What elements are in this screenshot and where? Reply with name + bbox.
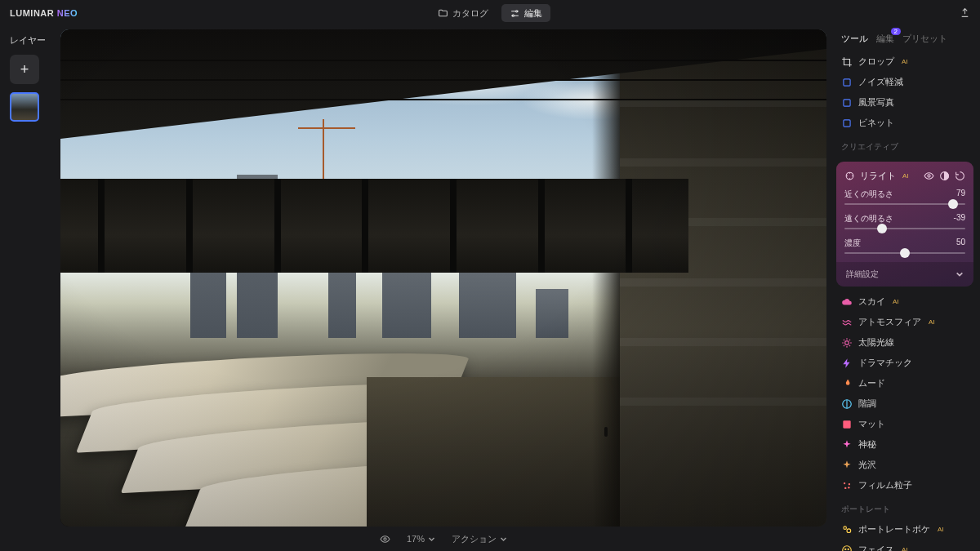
tool-クロップ[interactable]: クロップAI: [830, 51, 980, 72]
layers-panel: レイヤー +: [0, 26, 57, 551]
svg-point-0: [516, 10, 518, 11]
tool-label: ビネット: [858, 117, 894, 129]
svg-point-2: [384, 537, 386, 540]
tool-label: ムード: [858, 377, 885, 389]
panel-title: リライト: [860, 170, 896, 182]
tool-太陽光線[interactable]: 太陽光線: [830, 332, 980, 353]
slider-近くの明るさ[interactable]: 近くの明るさ79: [844, 189, 965, 205]
section-portrait: ポートレート: [830, 495, 980, 519]
slider-濃度[interactable]: 濃度50: [844, 238, 965, 254]
sliders-icon: [510, 8, 520, 19]
cloud-icon: [841, 296, 853, 308]
chevron-down-icon: [428, 535, 435, 543]
slider-value: -39: [954, 213, 965, 224]
svg-point-20: [848, 549, 849, 549]
tab-edit[interactable]: 編集 2: [876, 33, 894, 45]
svg-point-16: [844, 526, 847, 529]
slider-thumb[interactable]: [877, 224, 887, 233]
add-layer-button[interactable]: +: [10, 55, 39, 84]
tab-preset[interactable]: プリセット: [902, 33, 947, 45]
advanced-toggle[interactable]: 詳細設定: [836, 262, 973, 287]
tool-ノイズ軽減[interactable]: ノイズ軽減: [830, 72, 980, 92]
svg-point-19: [845, 549, 846, 549]
action-menu[interactable]: アクション: [452, 533, 507, 545]
tool-フェイス[interactable]: フェイスAI: [830, 540, 980, 551]
edit-tab[interactable]: 編集: [501, 4, 550, 22]
bolt-icon: [841, 358, 853, 369]
tool-label: 太陽光線: [858, 336, 894, 349]
tool-フィルム粒子[interactable]: フィルム粒子: [830, 475, 980, 495]
svg-point-1: [512, 15, 514, 16]
sun-icon: [841, 337, 853, 349]
tool-ポートレートボケ[interactable]: ポートレートボケAI: [830, 519, 980, 540]
eye-icon: [380, 534, 390, 544]
relight-panel: リライトAI 近くの明るさ79遠くの明るさ-39濃度50 詳細設定: [836, 162, 973, 287]
mat-icon: [841, 419, 853, 430]
slider-label: 近くの明るさ: [844, 189, 893, 200]
tool-ムード[interactable]: ムード: [830, 373, 980, 393]
tool-label: ドラマチック: [858, 357, 912, 369]
slider-thumb[interactable]: [900, 248, 910, 258]
slider-遠くの明るさ[interactable]: 遠くの明るさ-39: [844, 213, 965, 229]
slider-track[interactable]: [844, 203, 965, 205]
grain-icon: [841, 480, 853, 491]
square-icon: [841, 97, 853, 109]
tools-panel: ツール 編集 2 プリセット クロップAIノイズ軽減風景写真ビネット クリエイテ…: [830, 26, 980, 551]
section-creative: クリエイティブ: [830, 133, 980, 157]
tool-光沢[interactable]: 光沢: [830, 455, 980, 475]
zoom-control[interactable]: 17%: [407, 534, 435, 544]
tone-icon: [841, 398, 853, 410]
tool-label: スカイ: [858, 295, 885, 308]
svg-point-13: [849, 483, 850, 485]
tool-神秘[interactable]: 神秘: [830, 434, 980, 455]
tool-ドラマチック[interactable]: ドラマチック: [830, 353, 980, 373]
layers-heading: レイヤー: [10, 34, 46, 47]
layer-thumbnail[interactable]: [10, 92, 39, 122]
svg-point-7: [928, 175, 930, 177]
folder-icon: [438, 8, 448, 19]
svg-rect-4: [844, 99, 850, 105]
edit-badge: 2: [891, 28, 901, 35]
slider-label: 遠くの明るさ: [844, 213, 893, 224]
tool-アトモスフィア[interactable]: アトモスフィアAI: [830, 312, 980, 332]
slider-thumb[interactable]: [948, 199, 958, 209]
svg-point-14: [844, 487, 846, 488]
tool-風景写真[interactable]: 風景写真: [830, 92, 980, 113]
share-button[interactable]: [960, 7, 970, 20]
reset-icon[interactable]: [955, 171, 965, 181]
tool-階調[interactable]: 階調: [830, 393, 980, 414]
app-logo: LUMINAR NEO: [10, 8, 78, 18]
relight-icon: [844, 171, 855, 181]
slider-value: 50: [956, 238, 965, 249]
svg-rect-5: [844, 119, 850, 126]
tool-スカイ[interactable]: スカイAI: [830, 291, 980, 312]
tool-label: 風景写真: [858, 96, 894, 109]
slider-track[interactable]: [844, 228, 965, 229]
mask-icon[interactable]: [939, 171, 950, 181]
tool-label: ノイズ軽減: [858, 76, 903, 88]
slider-value: 79: [956, 189, 965, 200]
tool-label: クロップ: [858, 56, 894, 68]
bokeh-icon: [841, 524, 853, 535]
crop-icon: [841, 56, 853, 68]
eye-icon[interactable]: [924, 171, 934, 181]
tool-label: 光沢: [858, 459, 876, 471]
tool-ビネット[interactable]: ビネット: [830, 113, 980, 133]
image-canvas[interactable]: [60, 29, 826, 527]
tool-マット[interactable]: マット: [830, 414, 980, 434]
share-icon: [960, 7, 970, 18]
tab-tool[interactable]: ツール: [841, 33, 868, 45]
preview-toggle[interactable]: [380, 534, 390, 544]
slider-track[interactable]: [844, 252, 965, 254]
svg-point-12: [844, 482, 845, 483]
gloss-icon: [841, 460, 853, 471]
tool-label: フィルム粒子: [858, 479, 912, 491]
canvas-footer: 17% アクション: [57, 527, 830, 551]
action-label: アクション: [452, 533, 497, 545]
tool-label: マット: [858, 418, 885, 430]
tool-label: 神秘: [858, 438, 876, 451]
top-bar: LUMINAR NEO カタログ 編集: [0, 0, 980, 26]
slider-label: 濃度: [844, 238, 861, 249]
square-icon: [841, 77, 853, 88]
catalog-tab[interactable]: カタログ: [430, 4, 497, 22]
